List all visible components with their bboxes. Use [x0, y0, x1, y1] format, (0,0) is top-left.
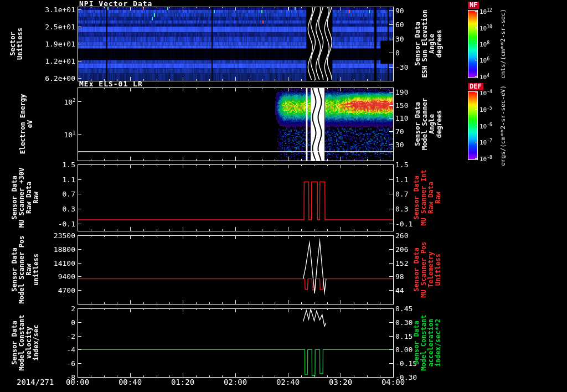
panel2-right-tick: 190: [395, 88, 408, 95]
panel2-right-axis-label: Sensor Data Model Scanner Angle degrees: [414, 98, 443, 150]
panel4-right-tick: 260: [395, 232, 408, 239]
panel2-left-tick: 101: [35, 130, 75, 138]
panel3-left-tick: 1.1: [35, 176, 75, 183]
colorbar-tick: 104: [480, 71, 489, 81]
panel5-left-tick: 2: [35, 305, 75, 312]
panel4-right-tick: 44: [395, 287, 404, 294]
panel1-left-axis-label: Sector Unitless: [9, 28, 24, 60]
panel3-right-tick: 0.7: [395, 190, 408, 198]
panel3-right-tick: -0.1: [395, 220, 413, 227]
panel3-left-tick: 0.3: [35, 205, 75, 213]
panel3-right-axis-label: Sensor Data MU Scanner Int Raw Data Raw: [413, 169, 442, 225]
panel3-right-tick: 0.3: [395, 205, 408, 213]
panel4-left-tick: 14100: [35, 259, 75, 266]
panel4-right-tick: 206: [395, 245, 408, 252]
panel1-right-tick: -30: [395, 63, 408, 70]
panel5-right-axis-label: Sensor Data Model Constant acceleration …: [413, 314, 442, 370]
panel4-left-tick: 4700: [35, 287, 75, 294]
panel3-left-tick: 0.7: [35, 190, 75, 198]
colorbar-tick: 10-5: [480, 105, 492, 114]
panel2-right-tick: 150: [395, 101, 408, 109]
panel5-left-tick: -2: [35, 332, 75, 339]
colorbar-tick: 106: [480, 55, 489, 65]
panel2-right-tick: 110: [395, 115, 408, 122]
panel3-left-axis-label: Sensor Data MU Scanner +30V Raw Data Raw: [11, 168, 40, 228]
panel4-right-axis-label: Sensor Data MU Scanner Pos Telemetry Uni…: [413, 241, 442, 297]
colorbar-tick: 1010: [480, 23, 492, 32]
colorbar-tick: 10-8: [480, 153, 492, 163]
x-axis-tick: 00:40: [118, 379, 142, 386]
panel3-right-tick: 1.1: [395, 176, 408, 183]
panel1-left-tick: 6.2e+00: [35, 74, 75, 81]
colorbar-tick: 108: [480, 39, 489, 49]
panel5-right-tick: 0.45: [395, 305, 413, 312]
panel5-right-tick: 0.30: [395, 318, 413, 326]
panel1-left-tick: 3.1e+01: [35, 6, 75, 13]
panel4-left-tick: 23500: [35, 232, 75, 239]
colorbar-unit-label: ergs/(cm**2-sr-sec-eV): [499, 85, 507, 166]
panel5-right-tick: 0.15: [395, 332, 413, 339]
colorbar-title-nf: NF: [468, 2, 479, 9]
x-axis-tick: 04:00: [382, 379, 405, 386]
panel2-right-tick: 30: [395, 141, 404, 148]
panel1-right-axis-label: Sensor Data ESH Sun Elevation Angle degr…: [414, 10, 443, 78]
panel1-right-tick: 0: [395, 49, 400, 56]
panel2-left-axis-label: Electron Energy eV: [19, 94, 34, 154]
panel1-left-tick: 2.5e+01: [35, 23, 75, 30]
x-axis-tick: 02:00: [224, 379, 247, 386]
panel4-left-tick: 9400: [35, 273, 75, 280]
x-axis-tick: 01:20: [171, 379, 194, 386]
date-label: 2014/271: [17, 379, 54, 386]
colorbar-tick: 1012: [480, 7, 492, 16]
panel1-right-tick: 30: [395, 35, 404, 42]
colorbar-tick: 10-7: [480, 137, 492, 147]
panel4-left-tick: 18800: [35, 245, 75, 252]
panel4-right-tick: 98: [395, 273, 404, 280]
panel5-right-tick: 0.00: [395, 346, 413, 353]
panel5-left-tick: -6: [35, 360, 75, 367]
colorbar-tick: 10-6: [480, 121, 492, 130]
colorbar-tick: 10-4: [480, 88, 492, 97]
panel2-right-tick: 70: [395, 128, 404, 135]
panel1-left-tick: 1.2e+01: [35, 57, 75, 64]
panel1-right-tick: 60: [395, 21, 404, 28]
panel3-left-tick: -0.1: [35, 220, 75, 227]
panel2-left-tick: 102: [35, 97, 75, 106]
panel4-left-axis-label: Sensor Data Model Scanner Pos Raw unitle…: [11, 236, 40, 304]
plot-area: 3.1e+012.5e+011.9e+011.2e+016.2e+0090603…: [0, 0, 567, 392]
panel3-left-tick: 1.5: [35, 161, 75, 168]
panel1-right-tick: 90: [395, 7, 404, 14]
panel1-title: NPI Vector Data: [79, 0, 152, 7]
panel1-left-tick: 1.9e+01: [35, 40, 75, 48]
panel4-right-tick: 152: [395, 259, 408, 266]
panel5-left-axis-label: Sensor Data Model Constant velocity inde…: [11, 314, 40, 370]
x-axis-tick: 00:00: [66, 379, 89, 386]
panel5-left-tick: 0: [35, 318, 75, 326]
panel5-left-tick: -4: [35, 346, 75, 353]
panel3-right-tick: 1.5: [395, 161, 408, 168]
panel2-title: MEx ELS-01 LR: [79, 80, 143, 87]
x-axis-tick: 02:40: [276, 379, 300, 386]
x-axis-tick: 03:20: [329, 379, 352, 386]
colorbar-unit-label: cnts/(cm**2-sr-sec): [499, 9, 507, 79]
